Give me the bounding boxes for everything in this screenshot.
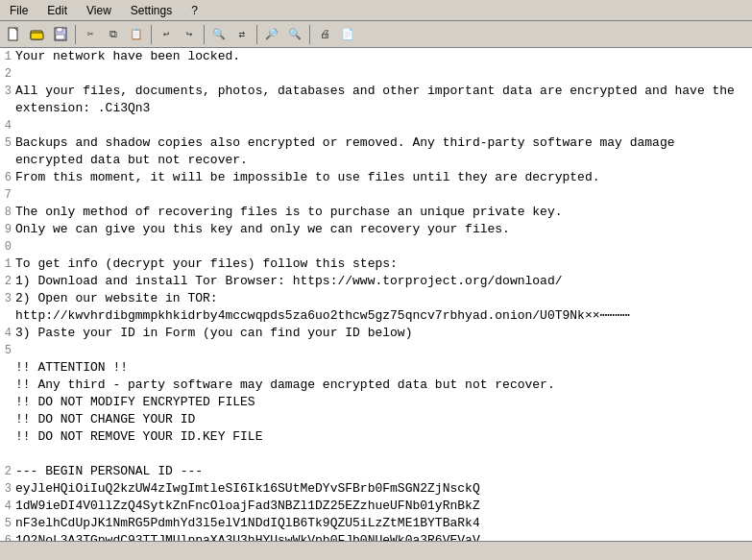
text-line: !! ATTENTION !!: [0, 359, 752, 377]
open-button[interactable]: [27, 24, 48, 45]
line-number: 6: [0, 532, 15, 541]
svg-rect-2: [31, 33, 43, 39]
line-text: Backups and shadow copies also encrypted…: [15, 134, 752, 152]
line-number: 2: [0, 65, 15, 83]
line-number: 2: [0, 463, 15, 480]
line-text: To get info (decrypt your files) follow …: [15, 256, 752, 273]
text-line: 3All your files, documents, photos, data…: [0, 83, 752, 100]
line-text: [15, 238, 752, 256]
line-text: From this moment, it will be impossible …: [15, 169, 752, 186]
zoom-out-button[interactable]: 🔍: [284, 24, 305, 45]
line-number: 5: [0, 342, 15, 359]
line-number: 4: [0, 498, 15, 515]
line-number: 3: [0, 290, 15, 307]
line-text: eyJleHQiOiIuQ2kzUW4zIwgImtleSI6Ik16SUtMe…: [15, 480, 752, 498]
toolbar-sep-4: [256, 25, 257, 44]
find-button[interactable]: 🔍: [208, 24, 230, 45]
save-button[interactable]: [50, 24, 71, 45]
line-number: 7: [0, 186, 15, 204]
zoom-in-button[interactable]: 🔎: [261, 24, 282, 45]
line-text: !! DO NOT REMOVE YOUR ID.KEY FILE: [15, 428, 752, 446]
line-number: 8: [0, 204, 15, 221]
line-number: [0, 394, 15, 411]
line-text: [15, 186, 752, 204]
line-number: 1: [0, 48, 15, 65]
line-text: [15, 446, 752, 463]
svg-rect-5: [56, 35, 64, 39]
line-number: 5: [0, 515, 15, 532]
text-line: !! DO NOT MODIFY ENCRYPTED FILES: [0, 394, 752, 411]
line-text: !! DO NOT CHANGE YOUR ID: [15, 411, 752, 428]
text-line: 32) Open our website in TOR:: [0, 290, 752, 307]
toolbar-sep-2: [151, 25, 152, 44]
new-button[interactable]: [4, 24, 25, 45]
line-text: [15, 65, 752, 83]
redo-button[interactable]: ↪: [179, 24, 200, 45]
line-text: All your files, documents, photos, datab…: [15, 83, 752, 100]
svg-rect-4: [57, 28, 62, 32]
text-line: 61Q2NoL3A3TGpwdC93TTJMUlppaXA3U3hHYUswWk…: [0, 532, 752, 541]
text-line: 3eyJleHQiOiIuQ2kzUW4zIwgImtleSI6Ik16SUtM…: [0, 480, 752, 498]
line-text: !! Any third - party software may damage…: [15, 377, 752, 394]
line-number: [0, 100, 15, 117]
line-number: [0, 411, 15, 428]
text-line: 43) Paste your ID in Form (you can find …: [0, 325, 752, 342]
text-line: 2--- BEGIN PERSONAL ID ---: [0, 463, 752, 480]
toolbar-sep-5: [309, 25, 310, 44]
toolbar-sep-3: [204, 25, 205, 44]
print-preview-button[interactable]: 📄: [337, 24, 358, 45]
paste-button[interactable]: 📋: [126, 24, 147, 45]
line-text: 1) Download and install Tor Browser: htt…: [15, 273, 752, 290]
copy-button[interactable]: ⧉: [103, 24, 124, 45]
text-line: 5Backups and shadow copies also encrypte…: [0, 134, 752, 152]
line-text: 3) Paste your ID in Form (you can find y…: [15, 325, 752, 342]
line-text: encrypted data but not recover.: [15, 152, 752, 169]
line-number: [0, 152, 15, 169]
line-number: 0: [0, 238, 15, 256]
menu-edit[interactable]: Edit: [41, 2, 73, 19]
line-number: 3: [0, 480, 15, 498]
line-number: [0, 428, 15, 446]
line-number: 4: [0, 117, 15, 134]
replace-button[interactable]: ⇄: [231, 24, 253, 45]
menu-help[interactable]: ?: [185, 2, 204, 19]
text-line: 6From this moment, it will be impossible…: [0, 169, 752, 186]
undo-button[interactable]: ↩: [156, 24, 177, 45]
text-line: 5: [0, 342, 752, 359]
status-bar: [0, 541, 752, 560]
menu-view[interactable]: View: [81, 2, 117, 19]
text-line: !! DO NOT CHANGE YOUR ID: [0, 411, 752, 428]
print-button[interactable]: 🖨: [314, 24, 335, 45]
content-area[interactable]: 1Your network have been locked.23All you…: [0, 48, 752, 541]
text-line: http://kwvhrdibgmmpkhkidrby4mccwqpds5za6…: [0, 307, 752, 325]
line-number: 3: [0, 83, 15, 100]
text-line: 2: [0, 65, 752, 83]
line-text: Your network have been locked.: [15, 48, 752, 65]
toolbar: ✂ ⧉ 📋 ↩ ↪ 🔍 ⇄ 🔎 🔍 🖨 📄: [0, 21, 752, 48]
line-number: 9: [0, 221, 15, 238]
text-content: 1Your network have been locked.23All you…: [0, 48, 752, 541]
line-text: Only we can give you this key and only w…: [15, 221, 752, 238]
line-number: [0, 377, 15, 394]
text-line: 8The only method of recovering files is …: [0, 204, 752, 221]
text-line: 21) Download and install Tor Browser: ht…: [0, 273, 752, 290]
line-number: 4: [0, 325, 15, 342]
line-number: 2: [0, 273, 15, 290]
cut-button[interactable]: ✂: [80, 24, 101, 45]
line-text: The only method of recovering files is t…: [15, 204, 752, 221]
text-line: 9Only we can give you this key and only …: [0, 221, 752, 238]
text-line: 7: [0, 186, 752, 204]
line-text: 2) Open our website in TOR:: [15, 290, 752, 307]
text-line: 4: [0, 117, 752, 134]
line-text: !! DO NOT MODIFY ENCRYPTED FILES: [15, 394, 752, 411]
text-line: extension: .Ci3Qn3: [0, 100, 752, 117]
menu-settings[interactable]: Settings: [125, 2, 178, 19]
line-text: nF3elhCdUpJK1NmRG5PdmhYd3l5elV1NDdIQlB6T…: [15, 515, 752, 532]
text-line: 1To get info (decrypt your files) follow…: [0, 256, 752, 273]
line-number: [0, 307, 15, 325]
line-text: [15, 342, 752, 359]
menu-file[interactable]: File: [4, 2, 34, 19]
line-text: http://kwvhrdibgmmpkhkidrby4mccwqpds5za6…: [15, 307, 752, 325]
text-line: 5nF3elhCdUpJK1NmRG5PdmhYd3l5elV1NDdIQlB6…: [0, 515, 752, 532]
text-line: 0: [0, 238, 752, 256]
